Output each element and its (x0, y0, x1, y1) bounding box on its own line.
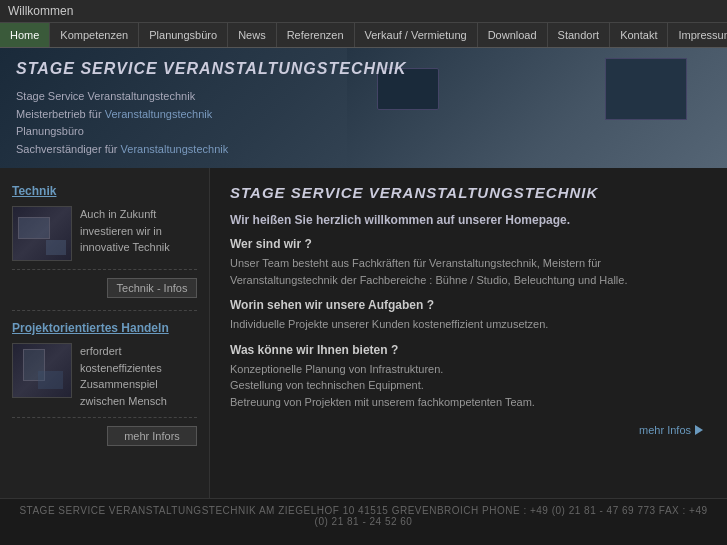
content-intro-text: Wir heißen Sie herzlich willkommen auf u… (230, 213, 707, 227)
section-text-1: Individuelle Projekte unserer Kunden kos… (230, 316, 707, 333)
sidebar-technik-block: Auch in Zukunft investieren wir in innov… (12, 206, 197, 261)
hero-line-2: Planungsbüro (16, 123, 407, 141)
window-title: Willkommen (8, 4, 73, 18)
section-text-0: Unser Team besteht aus Fachkräften für V… (230, 255, 707, 288)
sidebar-divider-3 (12, 417, 197, 418)
sidebar-section-2: Projektorientiertes Handeln erfordert ko… (12, 321, 197, 446)
nav-item-referenzen[interactable]: Referenzen (277, 23, 355, 47)
sidebar-projektorientiertes-title[interactable]: Projektorientiertes Handeln (12, 321, 197, 335)
nav-item-news[interactable]: News (228, 23, 277, 47)
technik-infos-button[interactable]: Technik - Infos (107, 278, 197, 298)
content-intro: Wir heißen Sie herzlich willkommen auf u… (230, 213, 707, 227)
nav-item-kompetenzen[interactable]: Kompetenzen (50, 23, 139, 47)
hero-banner: Stage Service Veranstaltungstechnik Stag… (0, 48, 727, 168)
nav-bar: HomeKompetenzenPlanungsbüroNewsReferenze… (0, 23, 727, 48)
hero-title: Stage Service Veranstaltungstechnik (16, 60, 407, 78)
main-text-content: Stage Service Veranstaltungstechnik Wir … (210, 168, 727, 498)
nav-item-standort[interactable]: Standort (548, 23, 611, 47)
footer: STAGE SERVICE VERANSTALTUNGSTECHNIK am Z… (0, 498, 727, 533)
footer-text: STAGE SERVICE VERANSTALTUNGSTECHNIK am Z… (19, 505, 707, 527)
content-sections: Wer sind wir ?Unser Team besteht aus Fac… (230, 237, 707, 410)
sidebar-technik-title[interactable]: Technik (12, 184, 197, 198)
sidebar-projektorientiertes-image (12, 343, 72, 398)
sidebar: Technik Auch in Zukunft investieren wir … (0, 168, 210, 498)
sidebar-technik-image (12, 206, 72, 261)
hero-subtitle: Stage Service VeranstaltungstechnikMeist… (16, 88, 407, 158)
nav-item-impressum[interactable]: Impressum (668, 23, 727, 47)
hero-line-1: Meisterbetrieb für Veranstaltungstechnik (16, 106, 407, 124)
hero-line-3: Sachverständiger für Veranstaltungstechn… (16, 141, 407, 159)
nav-item-home[interactable]: Home (0, 23, 50, 47)
content-section-0: Wer sind wir ?Unser Team besteht aus Fac… (230, 237, 707, 288)
hero-line-0: Stage Service Veranstaltungstechnik (16, 88, 407, 106)
nav-item-verkauf[interactable]: Verkauf / Vermietung (355, 23, 478, 47)
sidebar-technik-text: Auch in Zukunft investieren wir in innov… (72, 206, 197, 261)
nav-item-download[interactable]: Download (478, 23, 548, 47)
mehr-infors-button[interactable]: mehr Infors (107, 426, 197, 446)
sidebar-projektorientiertes-text: erfordert kosteneffizientes Zusammenspie… (72, 343, 197, 409)
section-title-0: Wer sind wir ? (230, 237, 707, 251)
content-section-1: Worin sehen wir unsere Aufgaben ?Individ… (230, 298, 707, 333)
sidebar-section-1: Technik Auch in Zukunft investieren wir … (12, 184, 197, 298)
content-section-2: Was könne wir Ihnen bieten ?Konzeptionel… (230, 343, 707, 411)
section-title-2: Was könne wir Ihnen bieten ? (230, 343, 707, 357)
arrow-right-icon (695, 425, 703, 435)
sidebar-projektorientiertes-block: erfordert kosteneffizientes Zusammenspie… (12, 343, 197, 409)
mehr-infos-link[interactable]: mehr Infos (639, 424, 691, 436)
nav-item-planungsbuero[interactable]: Planungsbüro (139, 23, 228, 47)
section-text-2: Konzeptionelle Planung von Infrastruktur… (230, 361, 707, 411)
sidebar-divider-1 (12, 269, 197, 270)
title-bar: Willkommen (0, 0, 727, 23)
content-title: Stage Service Veranstaltungstechnik (230, 184, 707, 201)
hero-content: Stage Service Veranstaltungstechnik Stag… (16, 60, 407, 158)
main-content: Technik Auch in Zukunft investieren wir … (0, 168, 727, 498)
nav-item-kontakt[interactable]: Kontakt (610, 23, 668, 47)
mehr-infos-area: mehr Infos (230, 424, 707, 436)
section-title-1: Worin sehen wir unsere Aufgaben ? (230, 298, 707, 312)
sidebar-divider-2 (12, 310, 197, 311)
